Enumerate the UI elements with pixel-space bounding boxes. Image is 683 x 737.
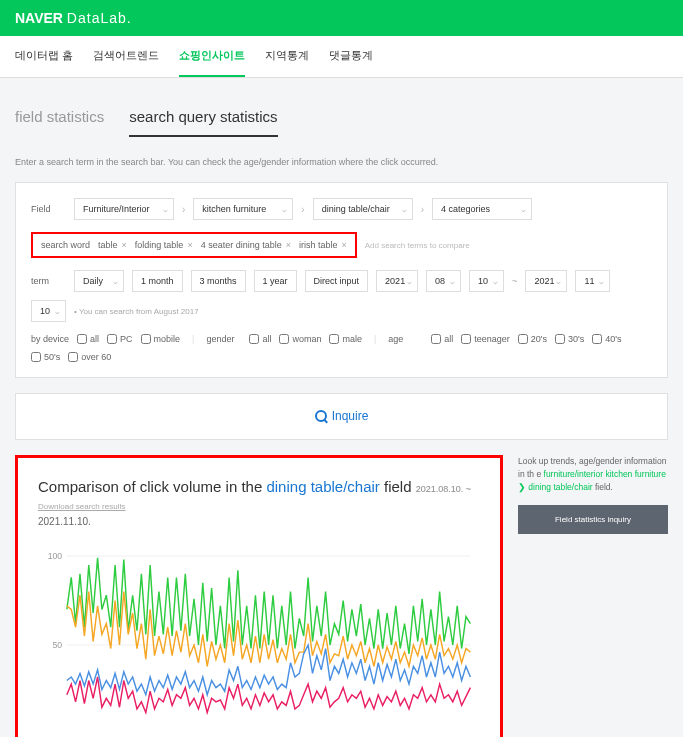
device-label: by device [31,334,69,344]
term-label: term [31,276,66,286]
gender-woman[interactable]: woman [279,334,321,344]
remove-tag-icon[interactable]: × [187,240,192,250]
age-teen[interactable]: teenager [461,334,510,344]
svg-text:50: 50 [52,640,62,650]
device-pc[interactable]: PC [107,334,133,344]
subtab-query-stats[interactable]: search query statistics [129,98,277,137]
age-30[interactable]: 30's [555,334,584,344]
field-select-2[interactable]: kitchen furniture [193,198,293,220]
from-month[interactable]: 08 [426,270,461,292]
tag-folding: folding table× [135,240,193,250]
tag-table: table× [98,240,127,250]
line-chart: 5010010일08월20일08월30일08월09일09월19일09월29일09… [38,542,480,737]
to-year[interactable]: 2021 [525,270,567,292]
tab-home[interactable]: 데이터랩 홈 [15,36,73,77]
search-icon [315,410,327,422]
remove-tag-icon[interactable]: × [122,240,127,250]
filter-panel: Field Furniture/Interior › kitchen furni… [15,182,668,378]
term-daily-select[interactable]: Daily [74,270,124,292]
device-mobile[interactable]: mobile [141,334,181,344]
date-dash: ~ [512,276,517,286]
tab-search-trend[interactable]: 검색어트렌드 [93,36,159,77]
chevron-right-icon: › [301,204,304,215]
sidebar-text: Look up trends, age/gender information i… [518,455,668,493]
age-all[interactable]: all [431,334,453,344]
field-select-3[interactable]: dining table/chair [313,198,413,220]
age-label: age [388,334,423,344]
chart-title: Comparison of click volume in the dining… [38,478,480,512]
chart-subtitle: 2021.11.10. [38,516,480,527]
sub-tabs: field statistics search query statistics [15,98,668,137]
subtab-field-stats[interactable]: field statistics [15,98,104,137]
search-word-label: search word [41,240,90,250]
gender-label: gender [206,334,241,344]
tag-4seater: 4 seater dining table× [201,240,291,250]
field-stats-button[interactable]: Field statistics inquiry [518,505,668,534]
chevron-right-icon: › [182,204,185,215]
tag-irish: irish table× [299,240,347,250]
from-year[interactable]: 2021 [376,270,418,292]
sidebar-panel: Look up trends, age/gender information i… [518,455,668,534]
helper-text: Enter a search term in the search bar. Y… [15,157,668,167]
period-direct[interactable]: Direct input [305,270,369,292]
field-select-1[interactable]: Furniture/Interior [74,198,174,220]
search-word-highlight: search word table× folding table× 4 seat… [31,232,357,258]
tab-shopping-insight[interactable]: 쇼핑인사이트 [179,36,245,77]
age-20[interactable]: 20's [518,334,547,344]
from-day[interactable]: 10 [469,270,504,292]
search-hint: • You can search from August 2017 [74,307,199,316]
main-tabs: 데이터랩 홈 검색어트렌드 쇼핑인사이트 지역통계 댓글통계 [0,36,683,78]
inquire-bar: Inquire [15,393,668,440]
chevron-right-icon: › [421,204,424,215]
period-1month[interactable]: 1 month [132,270,183,292]
period-1year[interactable]: 1 year [254,270,297,292]
chart-container: Comparison of click volume in the dining… [15,455,503,737]
device-all[interactable]: all [77,334,99,344]
period-3months[interactable]: 3 months [191,270,246,292]
download-link[interactable]: Download search results [38,502,126,511]
remove-tag-icon[interactable]: × [342,240,347,250]
gender-male[interactable]: male [329,334,362,344]
field-select-4[interactable]: 4 categories [432,198,532,220]
age-40[interactable]: 40's [592,334,621,344]
logo-datalab[interactable]: DataLab. [67,10,132,26]
gender-all[interactable]: all [249,334,271,344]
age-60[interactable]: over 60 [68,352,111,362]
to-day[interactable]: 10 [31,300,66,322]
tab-region[interactable]: 지역통계 [265,36,309,77]
logo-naver[interactable]: NAVER [15,10,63,26]
add-terms-placeholder[interactable]: Add search terms to compare [365,241,470,250]
inquire-button[interactable]: Inquire [315,409,369,423]
remove-tag-icon[interactable]: × [286,240,291,250]
to-month[interactable]: 11 [575,270,610,292]
tab-comment[interactable]: 댓글통계 [329,36,373,77]
field-label: Field [31,204,66,214]
svg-text:100: 100 [48,551,63,561]
age-50[interactable]: 50's [31,352,60,362]
header: NAVER DataLab. [0,0,683,36]
